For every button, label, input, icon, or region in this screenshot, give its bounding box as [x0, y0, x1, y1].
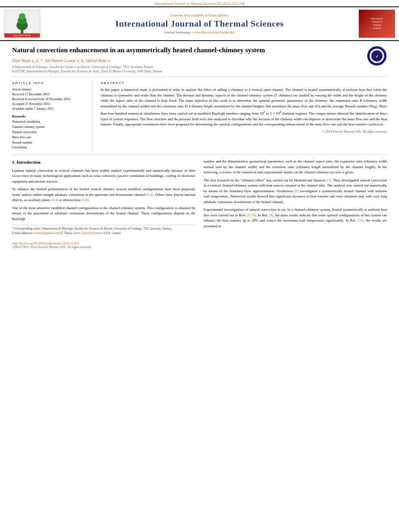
- svg-text:CrossMark: CrossMark: [372, 62, 382, 65]
- journal-header: ELSEVIER Contents lists available at Sci…: [0, 6, 399, 41]
- intro-number: 1.: [12, 160, 16, 164]
- authors-line: Zied Nasri a, b, *, Ali Hatem Laatar a, …: [12, 58, 363, 63]
- intro-title: Introduction: [16, 160, 41, 164]
- email-2-name: (A.H. Laatar).: [104, 231, 121, 235]
- journal-cover-image: InternationalJournal ofThermalSciences: [359, 10, 395, 38]
- keyword-6: Correlation: [12, 145, 87, 150]
- email-2-link[interactable]: hatem_laatar@fsb.rnu.tn: [74, 231, 103, 235]
- homepage-label: journal homepage:: [165, 30, 191, 34]
- paper-title-section: Natural convection enhancement in an asy…: [12, 41, 387, 77]
- sciencedirect-link[interactable]: Contents lists available at ScienceDirec…: [40, 13, 359, 17]
- crossmark-logo[interactable]: ✓ CrossMark: [367, 46, 387, 66]
- article-info-heading: ARTICLE INFO: [12, 81, 87, 85]
- accepted-date: Accepted 27 November 2014: [12, 102, 87, 107]
- svg-text:✓: ✓: [375, 54, 379, 59]
- ref-9[interactable]: [9]: [269, 213, 274, 217]
- elsevier-logo-block: ELSEVIER: [4, 10, 40, 38]
- ref-1-2[interactable]: [1,2]: [146, 193, 153, 197]
- abstract-panel: ABSTRACT In this paper, a numerical stud…: [101, 81, 387, 150]
- intro-para-2: To enhance the limited performances of t…: [12, 187, 195, 203]
- keyword-1: Numerical simulation: [12, 119, 87, 125]
- received-date: Received 17 December 2013: [12, 92, 87, 97]
- journal-title: International Journal of Thermal Science…: [40, 18, 359, 29]
- keyword-2: Channel-chimney system: [12, 125, 87, 130]
- copyright-text: © 2014 Elsevier Masson SAS. All rights r…: [101, 130, 387, 134]
- abstract-heading: ABSTRACT: [101, 81, 387, 85]
- journal-homepage: journal homepage: www.elsevier.com/locat…: [40, 30, 359, 34]
- keyword-3: Natural convection: [12, 130, 87, 135]
- email-1-name: (Z. Nasri),: [60, 231, 72, 235]
- main-content: Natural convection enhancement in an asy…: [0, 41, 399, 239]
- email-1-link[interactable]: n.asried@gmail.com: [34, 231, 59, 235]
- abstract-text: In this paper, a numerical study is perf…: [101, 87, 387, 127]
- affiliation-a: a Département de Physique, Faculté des S…: [12, 65, 363, 69]
- cover-image-inner: InternationalJournal ofThermalSciences: [359, 10, 395, 38]
- homepage-url[interactable]: www.elsevier.com/locate/ijts: [193, 30, 234, 34]
- issn-line: 1290-0729/© 2014 Elsevier Masson SAS. Al…: [12, 245, 387, 249]
- ref-5-6[interactable]: [5,6]: [82, 198, 88, 202]
- ref-7[interactable]: [7]: [327, 178, 331, 182]
- body-col-right: number and the dimensionless geometrical…: [204, 159, 387, 235]
- journal-citation-bar: International Journal of Thermal Science…: [0, 0, 399, 6]
- affiliations: a Département de Physique, Faculté des S…: [12, 65, 363, 74]
- email-line: E-mail addresses: n.asried@gmail.com (Z.…: [12, 231, 195, 236]
- received-revised-date: Received in revised form 26 November 201…: [12, 97, 87, 102]
- ref-3-4[interactable]: [3,4]: [51, 198, 58, 202]
- footnote-area: * Corresponding author. Département de P…: [12, 225, 195, 235]
- keywords-list: Numerical simulation Channel-chimney sys…: [12, 119, 87, 150]
- history-label: Article history:: [12, 87, 87, 92]
- doi-line: http://dx.doi.org/10.1016/j.ijthermalsci…: [12, 242, 387, 245]
- keywords-section: Keywords: Numerical simulation Channel-c…: [12, 115, 87, 150]
- right-para-3: Experimental investigations of natural c…: [204, 207, 387, 229]
- sciencedirect-anchor[interactable]: ScienceDirect: [208, 13, 228, 17]
- journal-citation-text: International Journal of Thermal Science…: [154, 2, 245, 6]
- right-para-1: number and the dimensionless geometrical…: [204, 159, 387, 175]
- keyword-5: Nusselt number: [12, 140, 87, 146]
- author-names: Zied Nasri a, b, *, Ali Hatem Laatar a, …: [12, 58, 110, 63]
- intro-para-1: Laminar natural convection in vertical c…: [12, 168, 195, 185]
- affiliation-b: b LETTM, Département de Physique, Facult…: [12, 69, 363, 74]
- ref-9-10[interactable]: [9,10]: [247, 213, 256, 217]
- article-info-panel: ARTICLE INFO Article history: Received 1…: [12, 81, 93, 150]
- crossmark-icon: ✓ CrossMark: [367, 46, 387, 66]
- paper-title-block: Natural convection enhancement in an asy…: [12, 46, 363, 74]
- available-online-date: Available online 7 January 2015: [12, 107, 87, 111]
- email-label: E-mail addresses:: [12, 231, 33, 235]
- body-section: 1. Introduction Laminar natural convecti…: [12, 155, 387, 239]
- ref-8[interactable]: [8]: [294, 189, 299, 193]
- page-footer: http://dx.doi.org/10.1016/j.ijthermalsci…: [0, 239, 399, 251]
- paper-title: Natural convection enhancement in an asy…: [12, 46, 363, 55]
- doi-link[interactable]: http://dx.doi.org/10.1016/j.ijthermalsci…: [12, 242, 79, 245]
- right-para-2: The first research on the "chimney effec…: [204, 178, 387, 205]
- intro-para-3: One of the most attractive modified chan…: [12, 205, 195, 222]
- keywords-heading: Keywords:: [12, 115, 87, 118]
- body-two-col: 1. Introduction Laminar natural convecti…: [12, 159, 387, 235]
- article-history: Article history: Received 17 December 20…: [12, 87, 87, 111]
- keyword-4: Mass flow rate: [12, 135, 87, 140]
- svg-point-3: [19, 13, 25, 20]
- body-col-left: 1. Introduction Laminar natural convecti…: [12, 159, 195, 235]
- article-info-abstract-section: ARTICLE INFO Article history: Received 1…: [12, 77, 387, 155]
- contents-label: Contents lists available at: [171, 13, 208, 17]
- elsevier-brand-text: ELSEVIER: [4, 33, 40, 37]
- corresponding-author-note: * Corresponding author. Département de P…: [12, 227, 195, 231]
- intro-heading: 1. Introduction: [12, 159, 195, 166]
- cover-image-text: InternationalJournal ofThermalSciences: [370, 16, 384, 31]
- journal-center-block: Contents lists available at ScienceDirec…: [40, 13, 359, 34]
- elsevier-tree-icon: [8, 13, 36, 33]
- ref-10[interactable]: [10]: [358, 218, 364, 222]
